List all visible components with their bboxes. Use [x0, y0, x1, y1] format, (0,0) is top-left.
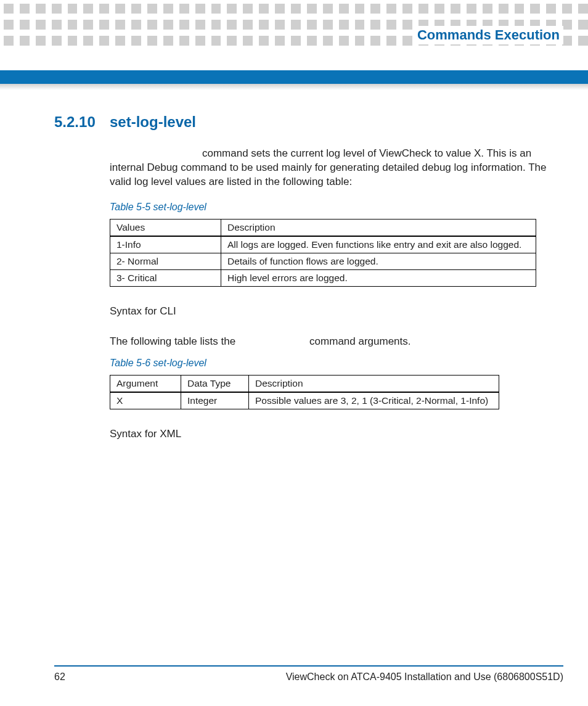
- header-divider-bar: [0, 70, 588, 84]
- table-5-6: Argument Data Type Description X Integer…: [110, 375, 499, 409]
- table-5-6-caption: Table 5-6 set-log-level: [110, 358, 551, 369]
- syntax-cli-label: Syntax for CLI: [110, 305, 551, 318]
- intro-paragraph: command sets the current log level of Vi…: [110, 147, 551, 189]
- section-title: set-log-level: [110, 113, 196, 130]
- table-row: 2- Normal Details of function flows are …: [110, 253, 536, 269]
- chapter-title: Commands Execution: [414, 26, 563, 44]
- syntax-xml-label: Syntax for XML: [110, 428, 551, 440]
- page-number: 62: [54, 671, 65, 683]
- page-footer: 62 ViewCheck on ATCA-9405 Installation a…: [54, 665, 563, 683]
- table-row: 1-Info All logs are logged. Even functio…: [110, 236, 536, 253]
- table-header-cell: Description: [221, 219, 536, 236]
- table-header-cell: Argument: [110, 375, 181, 392]
- table-5-5: Values Description 1-Info All logs are l…: [110, 219, 536, 287]
- table-header-cell: Description: [249, 375, 499, 392]
- table-row: 3- Critical High level errors are logged…: [110, 269, 536, 286]
- table-header-cell: Values: [110, 219, 221, 236]
- table-5-5-caption: Table 5-5 set-log-level: [110, 202, 551, 213]
- mid-sentence: The following table lists thecommand arg…: [110, 335, 551, 349]
- section-number: 5.2.10: [54, 113, 110, 131]
- document-title: ViewCheck on ATCA-9405 Installation and …: [286, 671, 563, 683]
- table-row: X Integer Possible values are 3, 2, 1 (3…: [110, 392, 499, 409]
- table-header-cell: Data Type: [181, 375, 249, 392]
- section-heading: 5.2.10set-log-level: [54, 113, 551, 131]
